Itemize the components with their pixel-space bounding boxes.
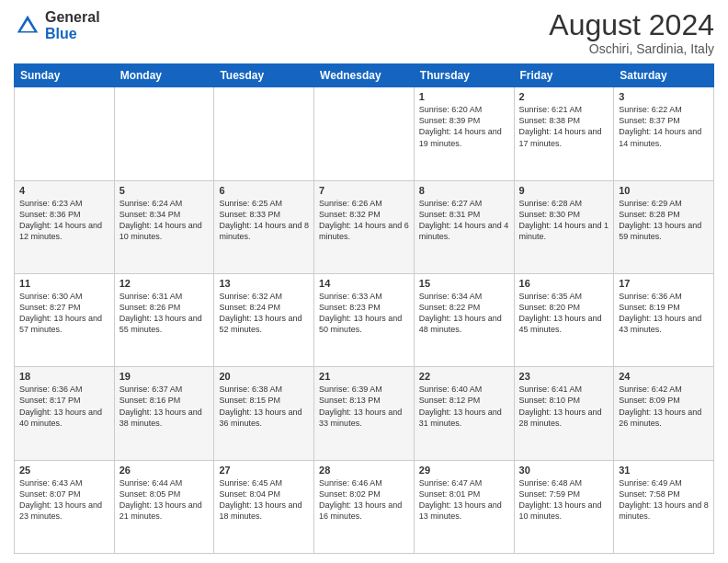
calendar-cell: 11Sunrise: 6:30 AM Sunset: 8:27 PM Dayli…: [15, 273, 115, 366]
cell-day-number: 1: [419, 91, 509, 102]
week-row-1: 4Sunrise: 6:23 AM Sunset: 8:36 PM Daylig…: [15, 180, 714, 273]
cell-sun-info: Sunrise: 6:42 AM Sunset: 8:09 PM Dayligh…: [619, 384, 709, 429]
calendar-cell: 7Sunrise: 6:26 AM Sunset: 8:32 PM Daylig…: [314, 180, 415, 273]
cell-sun-info: Sunrise: 6:46 AM Sunset: 8:02 PM Dayligh…: [319, 477, 409, 523]
calendar-cell: 3Sunrise: 6:22 AM Sunset: 8:37 PM Daylig…: [614, 87, 714, 180]
calendar-cell: 23Sunrise: 6:41 AM Sunset: 8:10 PM Dayli…: [514, 367, 614, 460]
calendar-cell: 29Sunrise: 6:47 AM Sunset: 8:01 PM Dayli…: [414, 460, 514, 553]
calendar-cell: 5Sunrise: 6:24 AM Sunset: 8:34 PM Daylig…: [114, 180, 214, 273]
cell-sun-info: Sunrise: 6:29 AM Sunset: 8:28 PM Dayligh…: [619, 198, 709, 243]
header-sunday: Sunday: [15, 64, 115, 87]
cell-sun-info: Sunrise: 6:35 AM Sunset: 8:20 PM Dayligh…: [519, 291, 609, 336]
cell-sun-info: Sunrise: 6:21 AM Sunset: 8:38 PM Dayligh…: [519, 104, 609, 149]
cell-sun-info: Sunrise: 6:38 AM Sunset: 8:15 PM Dayligh…: [219, 384, 309, 429]
header-friday: Friday: [514, 64, 614, 87]
calendar-cell: 17Sunrise: 6:36 AM Sunset: 8:19 PM Dayli…: [614, 273, 714, 366]
cell-sun-info: Sunrise: 6:43 AM Sunset: 8:07 PM Dayligh…: [19, 477, 109, 523]
cell-day-number: 13: [219, 278, 309, 289]
calendar-cell: 16Sunrise: 6:35 AM Sunset: 8:20 PM Dayli…: [514, 273, 614, 366]
cell-day-number: 21: [319, 371, 409, 382]
calendar-cell: 12Sunrise: 6:31 AM Sunset: 8:26 PM Dayli…: [114, 273, 214, 366]
cell-day-number: 17: [619, 278, 709, 289]
cell-sun-info: Sunrise: 6:39 AM Sunset: 8:13 PM Dayligh…: [319, 384, 409, 429]
calendar-cell: 31Sunrise: 6:49 AM Sunset: 7:58 PM Dayli…: [614, 460, 714, 553]
cell-sun-info: Sunrise: 6:22 AM Sunset: 8:37 PM Dayligh…: [619, 104, 709, 149]
cell-sun-info: Sunrise: 6:20 AM Sunset: 8:39 PM Dayligh…: [419, 104, 509, 149]
calendar-subtitle: Oschiri, Sardinia, Italy: [549, 41, 714, 56]
cell-sun-info: Sunrise: 6:45 AM Sunset: 8:04 PM Dayligh…: [219, 477, 309, 523]
calendar-cell: 10Sunrise: 6:29 AM Sunset: 8:28 PM Dayli…: [614, 180, 714, 273]
calendar-cell: [114, 87, 214, 180]
calendar-cell: 26Sunrise: 6:44 AM Sunset: 8:05 PM Dayli…: [114, 460, 214, 553]
cell-sun-info: Sunrise: 6:23 AM Sunset: 8:36 PM Dayligh…: [19, 198, 109, 243]
calendar-cell: [214, 87, 314, 180]
cell-sun-info: Sunrise: 6:41 AM Sunset: 8:10 PM Dayligh…: [519, 384, 609, 429]
calendar-cell: 2Sunrise: 6:21 AM Sunset: 8:38 PM Daylig…: [514, 87, 614, 180]
header-saturday: Saturday: [614, 64, 714, 87]
week-row-2: 11Sunrise: 6:30 AM Sunset: 8:27 PM Dayli…: [15, 273, 714, 366]
calendar-cell: 9Sunrise: 6:28 AM Sunset: 8:30 PM Daylig…: [514, 180, 614, 273]
cell-sun-info: Sunrise: 6:31 AM Sunset: 8:26 PM Dayligh…: [119, 291, 210, 336]
calendar-cell: [15, 87, 115, 180]
logo: General Blue: [14, 9, 100, 41]
cell-day-number: 8: [419, 185, 509, 196]
cell-day-number: 26: [119, 465, 210, 476]
calendar-cell: [314, 87, 415, 180]
calendar-cell: 19Sunrise: 6:37 AM Sunset: 8:16 PM Dayli…: [114, 367, 214, 460]
cell-sun-info: Sunrise: 6:49 AM Sunset: 7:58 PM Dayligh…: [619, 477, 709, 523]
cell-day-number: 9: [519, 185, 609, 196]
cell-sun-info: Sunrise: 6:48 AM Sunset: 7:59 PM Dayligh…: [519, 477, 609, 523]
cell-day-number: 5: [119, 185, 210, 196]
cell-day-number: 19: [119, 371, 210, 382]
calendar-cell: 6Sunrise: 6:25 AM Sunset: 8:33 PM Daylig…: [214, 180, 314, 273]
cell-sun-info: Sunrise: 6:32 AM Sunset: 8:24 PM Dayligh…: [219, 291, 309, 336]
cell-day-number: 4: [19, 185, 109, 196]
calendar-cell: 30Sunrise: 6:48 AM Sunset: 7:59 PM Dayli…: [514, 460, 614, 553]
cell-day-number: 18: [19, 371, 109, 382]
cell-sun-info: Sunrise: 6:26 AM Sunset: 8:32 PM Dayligh…: [319, 198, 409, 243]
cell-day-number: 7: [319, 185, 409, 196]
calendar-table: SundayMondayTuesdayWednesdayThursdayFrid…: [14, 63, 714, 554]
cell-day-number: 14: [319, 278, 409, 289]
cell-day-number: 6: [219, 185, 309, 196]
cell-sun-info: Sunrise: 6:30 AM Sunset: 8:27 PM Dayligh…: [19, 291, 109, 336]
calendar-cell: 25Sunrise: 6:43 AM Sunset: 8:07 PM Dayli…: [15, 460, 115, 553]
calendar-cell: 21Sunrise: 6:39 AM Sunset: 8:13 PM Dayli…: [314, 367, 415, 460]
cell-sun-info: Sunrise: 6:36 AM Sunset: 8:17 PM Dayligh…: [19, 384, 109, 429]
cell-day-number: 10: [619, 185, 709, 196]
cell-day-number: 3: [619, 91, 709, 102]
cell-sun-info: Sunrise: 6:36 AM Sunset: 8:19 PM Dayligh…: [619, 291, 709, 336]
calendar-cell: 27Sunrise: 6:45 AM Sunset: 8:04 PM Dayli…: [214, 460, 314, 553]
cell-day-number: 2: [519, 91, 609, 102]
cell-sun-info: Sunrise: 6:33 AM Sunset: 8:23 PM Dayligh…: [319, 291, 409, 336]
cell-day-number: 20: [219, 371, 309, 382]
week-row-3: 18Sunrise: 6:36 AM Sunset: 8:17 PM Dayli…: [15, 367, 714, 460]
header-wednesday: Wednesday: [314, 64, 415, 87]
cell-sun-info: Sunrise: 6:24 AM Sunset: 8:34 PM Dayligh…: [119, 198, 210, 243]
cell-sun-info: Sunrise: 6:27 AM Sunset: 8:31 PM Dayligh…: [419, 198, 509, 243]
header-row: SundayMondayTuesdayWednesdayThursdayFrid…: [15, 64, 714, 87]
cell-day-number: 16: [519, 278, 609, 289]
calendar-cell: 22Sunrise: 6:40 AM Sunset: 8:12 PM Dayli…: [414, 367, 514, 460]
cell-day-number: 31: [619, 465, 709, 476]
page: General Blue August 2024 Oschiri, Sardin…: [0, 0, 728, 563]
week-row-0: 1Sunrise: 6:20 AM Sunset: 8:39 PM Daylig…: [15, 87, 714, 180]
calendar-cell: 15Sunrise: 6:34 AM Sunset: 8:22 PM Dayli…: [414, 273, 514, 366]
calendar-title: August 2024: [549, 9, 714, 41]
cell-day-number: 25: [19, 465, 109, 476]
calendar-cell: 8Sunrise: 6:27 AM Sunset: 8:31 PM Daylig…: [414, 180, 514, 273]
title-block: August 2024 Oschiri, Sardinia, Italy: [549, 9, 714, 56]
header: General Blue August 2024 Oschiri, Sardin…: [14, 9, 714, 56]
cell-day-number: 11: [19, 278, 109, 289]
cell-day-number: 15: [419, 278, 509, 289]
cell-day-number: 12: [119, 278, 210, 289]
cell-sun-info: Sunrise: 6:25 AM Sunset: 8:33 PM Dayligh…: [219, 198, 309, 243]
calendar-cell: 24Sunrise: 6:42 AM Sunset: 8:09 PM Dayli…: [614, 367, 714, 460]
cell-sun-info: Sunrise: 6:40 AM Sunset: 8:12 PM Dayligh…: [419, 384, 509, 429]
cell-sun-info: Sunrise: 6:47 AM Sunset: 8:01 PM Dayligh…: [419, 477, 509, 523]
cell-day-number: 29: [419, 465, 509, 476]
cell-sun-info: Sunrise: 6:28 AM Sunset: 8:30 PM Dayligh…: [519, 198, 609, 243]
logo-text: General Blue: [45, 9, 100, 41]
cell-day-number: 24: [619, 371, 709, 382]
logo-general: General: [45, 9, 100, 25]
